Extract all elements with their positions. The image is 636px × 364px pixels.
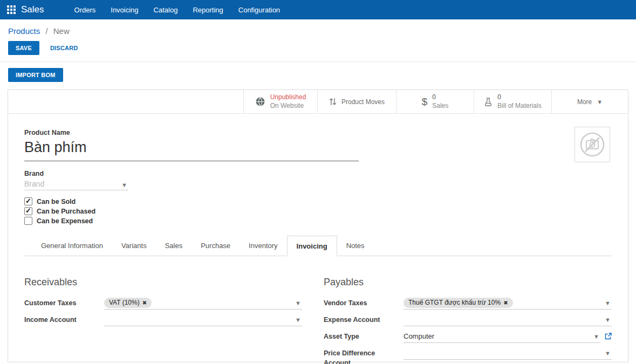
income-account-row: Income Account ▼	[24, 314, 302, 327]
income-account-label: Income Account	[24, 314, 104, 325]
product-name-label: Product Name	[24, 129, 612, 136]
form-sheet: Unpublished On Website Product Moves $ 0…	[8, 90, 628, 362]
brand-select[interactable]: Brand ▼	[24, 177, 128, 190]
import-bom-button[interactable]: IMPORT BOM	[8, 68, 63, 82]
price-difference-account-row: Price Difference Account ▼	[324, 347, 612, 364]
vendor-tax-tag-label: Thuế GTGT được khấu trừ 10%	[408, 299, 501, 306]
chevron-down-icon[interactable]: ▼	[121, 182, 127, 188]
chevron-down-icon[interactable]: ▼	[605, 350, 611, 356]
remove-tag-icon[interactable]: ✖	[142, 300, 147, 306]
more-label: More	[577, 98, 592, 106]
vendor-taxes-label: Vendor Taxes	[324, 297, 404, 308]
chevron-down-icon: ▼	[597, 99, 603, 105]
expense-account-row: Expense Account ▼	[324, 314, 612, 327]
stat-button-bar: Unpublished On Website Product Moves $ 0…	[8, 90, 628, 114]
form-body: Product Name Bàn phím Brand Brand ▼ Can …	[8, 114, 628, 364]
vendor-taxes-input[interactable]: Thuế GTGT được khấu trừ 10%✖ ▼	[404, 297, 612, 310]
price-difference-account-input[interactable]: ▼	[404, 347, 612, 360]
tab-invoicing[interactable]: Invoicing	[287, 236, 337, 256]
tab-purchase[interactable]: Purchase	[192, 236, 240, 256]
asset-type-input[interactable]: Computer ▼	[404, 331, 600, 343]
receivables-group: Receivables Customer Taxes VAT (10%)✖ ▼ …	[24, 277, 302, 364]
customer-taxes-input[interactable]: VAT (10%)✖ ▼	[104, 297, 302, 310]
menu-item-reporting[interactable]: Reporting	[185, 0, 230, 19]
receivables-title: Receivables	[24, 277, 302, 288]
product-name-input[interactable]: Bàn phím	[24, 136, 359, 161]
chevron-down-icon[interactable]: ▼	[593, 333, 599, 340]
customer-tax-tag-label: VAT (10%)	[109, 299, 140, 306]
more-stat-button[interactable]: More ▼	[551, 90, 628, 113]
expense-account-label: Expense Account	[324, 314, 404, 325]
vendor-taxes-row: Vendor Taxes Thuế GTGT được khấu trừ 10%…	[324, 297, 612, 310]
breadcrumb-products-link[interactable]: Products	[8, 26, 40, 36]
menu-item-configuration[interactable]: Configuration	[231, 0, 288, 19]
external-link-icon[interactable]	[605, 333, 612, 340]
can-be-sold-label: Can be Sold	[37, 198, 76, 205]
globe-icon	[255, 97, 265, 107]
notebook-tabs: General Information Variants Sales Purch…	[24, 236, 612, 256]
sales-count: 0	[432, 93, 436, 101]
breadcrumb: Products / New	[0, 19, 636, 39]
arrows-up-down-icon	[329, 97, 337, 106]
price-difference-account-label: Price Difference Account	[324, 347, 404, 364]
payables-group: Payables Vendor Taxes Thuế GTGT được khấ…	[324, 277, 612, 364]
can-be-expensed-checkbox[interactable]	[24, 217, 32, 225]
control-panel: SAVE DISCARD	[0, 39, 636, 62]
brand-label: Brand	[24, 170, 612, 177]
website-stat-button[interactable]: Unpublished On Website	[243, 90, 317, 113]
product-image-placeholder[interactable]	[575, 127, 610, 162]
bom-count: 0	[497, 93, 501, 101]
remove-tag-icon[interactable]: ✖	[503, 300, 508, 306]
checkbox-group: Can be Sold Can be Purchased Can be Expe…	[24, 197, 612, 225]
apps-grid-icon[interactable]	[7, 5, 16, 14]
website-label: On Website	[270, 102, 304, 109]
can-be-purchased-row[interactable]: Can be Purchased	[24, 207, 612, 215]
product-moves-label: Product Moves	[341, 98, 385, 106]
flask-icon	[484, 97, 493, 106]
can-be-purchased-label: Can be Purchased	[37, 208, 95, 215]
asset-type-value: Computer	[404, 331, 434, 340]
invoicing-tab-content: Receivables Customer Taxes VAT (10%)✖ ▼ …	[24, 256, 612, 364]
customer-taxes-row: Customer Taxes VAT (10%)✖ ▼	[24, 297, 302, 310]
main-menu: Orders Invoicing Catalog Reporting Confi…	[67, 0, 288, 19]
tab-sales[interactable]: Sales	[156, 236, 192, 256]
menu-item-invoicing[interactable]: Invoicing	[103, 0, 146, 19]
can-be-expensed-row[interactable]: Can be Expensed	[24, 217, 612, 225]
expense-account-input[interactable]: ▼	[404, 314, 612, 326]
breadcrumb-separator: /	[45, 26, 47, 36]
save-button[interactable]: SAVE	[8, 41, 39, 55]
sales-label: Sales	[432, 102, 448, 109]
menu-item-orders[interactable]: Orders	[67, 0, 104, 19]
tab-inventory[interactable]: Inventory	[240, 236, 286, 256]
can-be-purchased-checkbox[interactable]	[24, 207, 32, 215]
vendor-tax-tag: Thuế GTGT được khấu trừ 10%✖	[404, 298, 513, 308]
can-be-sold-checkbox[interactable]	[24, 197, 32, 205]
breadcrumb-current: New	[53, 26, 70, 36]
asset-type-row: Asset Type Computer ▼	[324, 331, 612, 344]
customer-taxes-label: Customer Taxes	[24, 297, 104, 308]
bill-of-materials-stat-button[interactable]: 0 Bill of Materials	[474, 90, 551, 113]
dollar-icon: $	[422, 96, 428, 108]
action-row: IMPORT BOM	[0, 62, 636, 87]
product-moves-stat-button[interactable]: Product Moves	[317, 90, 396, 113]
tab-notes[interactable]: Notes	[337, 236, 374, 256]
chevron-down-icon[interactable]: ▼	[605, 317, 611, 323]
discard-button[interactable]: DISCARD	[50, 45, 78, 51]
tab-variants[interactable]: Variants	[112, 236, 156, 256]
app-name[interactable]: Sales	[21, 4, 44, 15]
customer-tax-tag: VAT (10%)✖	[104, 298, 152, 308]
chevron-down-icon[interactable]: ▼	[295, 317, 301, 323]
brand-placeholder: Brand	[24, 180, 44, 188]
chevron-down-icon[interactable]: ▼	[295, 300, 301, 306]
website-status: Unpublished	[270, 93, 306, 101]
asset-type-label: Asset Type	[324, 331, 404, 342]
payables-title: Payables	[324, 277, 612, 288]
sales-stat-button[interactable]: $ 0 Sales	[396, 90, 474, 113]
income-account-input[interactable]: ▼	[104, 314, 302, 326]
tab-general-information[interactable]: General Information	[32, 236, 112, 256]
chevron-down-icon[interactable]: ▼	[605, 300, 611, 306]
can-be-sold-row[interactable]: Can be Sold	[24, 197, 612, 205]
can-be-expensed-label: Can be Expensed	[37, 217, 93, 225]
bom-label: Bill of Materials	[497, 102, 541, 109]
menu-item-catalog[interactable]: Catalog	[146, 0, 186, 19]
